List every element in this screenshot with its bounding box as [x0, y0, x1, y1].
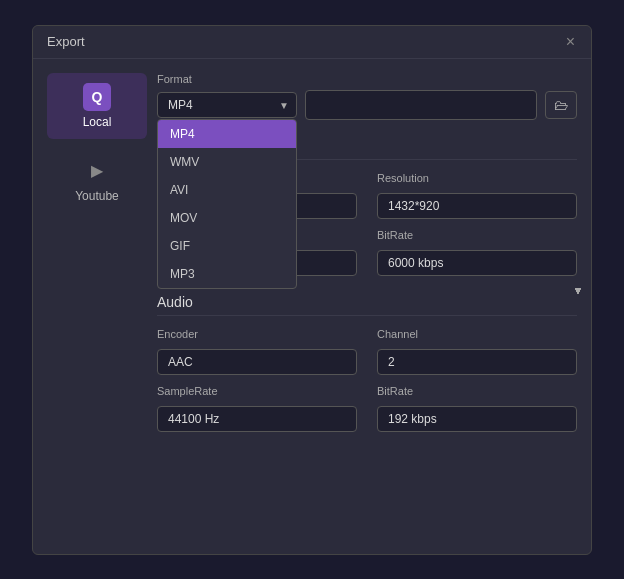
sidebar-item-local-label: Local	[83, 115, 112, 129]
audio-bitrate-select-wrap: 192 kbps ▼	[377, 406, 577, 432]
video-resolution-label: Resolution	[377, 172, 577, 184]
format-section: Format MP4 ▼ MP4 WMV AVI MOV G	[157, 73, 577, 120]
format-select[interactable]: MP4 ▼	[157, 92, 297, 118]
main-panel: Format MP4 ▼ MP4 WMV AVI MOV G	[157, 73, 577, 432]
audio-samplerate-select-wrap: 44100 Hz ▼	[157, 406, 357, 432]
video-bitrate-select[interactable]: 6000 kbps ▼	[377, 250, 577, 276]
format-chevron-icon: ▼	[279, 99, 289, 110]
video-bitrate-label: BitRate	[377, 229, 577, 241]
audio-channel-select-wrap: 2 ▼	[377, 349, 577, 375]
window-title: Export	[47, 34, 85, 49]
audio-samplerate-select[interactable]: 44100 Hz ▼	[157, 406, 357, 432]
format-selected-value: MP4	[168, 98, 193, 112]
video-resolution-select-wrap: 1432*920 ▼	[377, 193, 577, 219]
audio-section: Audio Encoder AAC ▼ Chan	[157, 294, 577, 432]
audio-bitrate-group: BitRate 192 kbps ▼	[377, 385, 577, 432]
title-bar: Export ×	[33, 26, 591, 59]
audio-encoder-select-wrap: AAC ▼	[157, 349, 357, 375]
format-option-avi[interactable]: AVI	[158, 176, 296, 204]
video-resolution-select[interactable]: 1432*920 ▼	[377, 193, 577, 219]
audio-samplerate-group: SampleRate 44100 Hz ▼	[157, 385, 357, 432]
format-option-wmv[interactable]: WMV	[158, 148, 296, 176]
youtube-icon: ▶	[83, 157, 111, 185]
audio-bitrate-chevron: ▼	[573, 284, 583, 295]
format-option-gif[interactable]: GIF	[158, 232, 296, 260]
sidebar-item-youtube-label: Youtube	[75, 189, 119, 203]
content-area: Q Local ▶ Youtube Format MP4 ▼	[33, 59, 591, 446]
audio-encoder-value: AAC	[168, 355, 193, 369]
format-dropdown: MP4 WMV AVI MOV GIF MP3	[157, 119, 297, 289]
format-option-mp3[interactable]: MP3	[158, 260, 296, 288]
audio-channel-label: Channel	[377, 328, 577, 340]
audio-encoder-group: Encoder AAC ▼	[157, 328, 357, 375]
file-path-input[interactable]	[305, 90, 537, 120]
audio-channel-group: Channel 2 ▼	[377, 328, 577, 375]
format-option-mp4[interactable]: MP4	[158, 120, 296, 148]
local-icon: Q	[83, 83, 111, 111]
sidebar-item-youtube[interactable]: ▶ Youtube	[47, 147, 147, 213]
audio-channel-select[interactable]: 2 ▼	[377, 349, 577, 375]
audio-section-title: Audio	[157, 294, 577, 316]
video-bitrate-value: 6000 kbps	[388, 256, 443, 270]
audio-samplerate-value: 44100 Hz	[168, 412, 219, 426]
audio-encoder-select[interactable]: AAC ▼	[157, 349, 357, 375]
video-resolution-group: Resolution 1432*920 ▼	[377, 172, 577, 219]
format-label: Format	[157, 73, 577, 85]
audio-channel-value: 2	[388, 355, 395, 369]
export-window: Export × Q Local ▶ Youtube Format	[32, 25, 592, 555]
audio-bitrate-label: BitRate	[377, 385, 577, 397]
video-resolution-value: 1432*920	[388, 199, 439, 213]
close-button[interactable]: ×	[564, 34, 577, 50]
video-bitrate-select-wrap: 6000 kbps ▼	[377, 250, 577, 276]
sidebar: Q Local ▶ Youtube	[47, 73, 157, 432]
folder-browse-button[interactable]: 🗁	[545, 91, 577, 119]
format-select-container: MP4 ▼ MP4 WMV AVI MOV GIF MP3	[157, 92, 297, 118]
format-row: MP4 ▼ MP4 WMV AVI MOV GIF MP3	[157, 90, 577, 120]
audio-samplerate-label: SampleRate	[157, 385, 357, 397]
video-bitrate-group: BitRate 6000 kbps ▼	[377, 229, 577, 276]
audio-encoder-label: Encoder	[157, 328, 357, 340]
audio-fields-grid: Encoder AAC ▼ Channel 2	[157, 328, 577, 432]
sidebar-item-local[interactable]: Q Local	[47, 73, 147, 139]
audio-bitrate-select[interactable]: 192 kbps ▼	[377, 406, 577, 432]
format-option-mov[interactable]: MOV	[158, 204, 296, 232]
audio-bitrate-value: 192 kbps	[388, 412, 437, 426]
